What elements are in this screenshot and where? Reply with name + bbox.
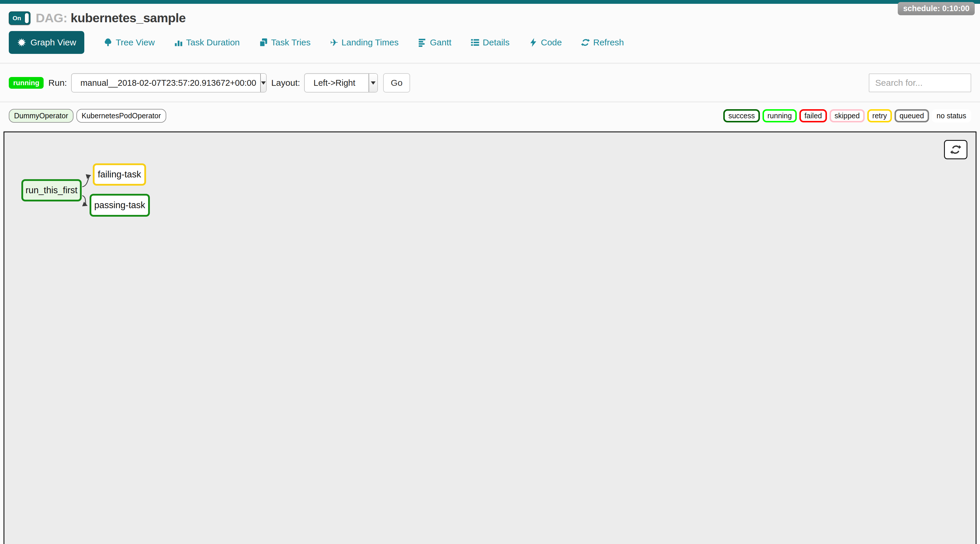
divider (0, 101, 980, 102)
status-success: success (723, 109, 760, 122)
tab-label: Task Duration (186, 38, 240, 48)
dag-prefix-label: DAG: (36, 11, 67, 25)
tab-label: Graph View (30, 38, 76, 48)
tab-label: Task Tries (271, 38, 310, 48)
dag-pause-toggle[interactable]: On (9, 11, 30, 25)
tab-label: Code (541, 38, 562, 48)
divider (0, 63, 980, 64)
run-label: Run: (48, 78, 67, 88)
run-select[interactable]: manual__2018-02-07T23:57:20.913672+00:00 (71, 73, 267, 92)
canvas-refresh-button[interactable] (944, 140, 967, 159)
status-running: running (762, 109, 797, 122)
plane-icon: ✈ (330, 38, 338, 48)
task-node-passing-task[interactable]: passing-task (89, 194, 150, 217)
layout-select[interactable]: Left->Right (304, 73, 378, 92)
toggle-knob (24, 13, 29, 24)
layout-label: Layout: (271, 78, 300, 88)
tab-details[interactable]: Details (471, 38, 510, 48)
tab-task-tries[interactable]: Task Tries (259, 38, 310, 48)
dagrun-status-badge: running (9, 77, 44, 89)
tab-label: Refresh (593, 38, 624, 48)
legend-row: DummyOperator KubernetesPodOperator succ… (9, 109, 971, 122)
bolt-icon (529, 38, 538, 47)
dag-name: kubernetes_sample (70, 11, 186, 25)
status-retry: retry (867, 109, 892, 122)
run-select-value: manual__2018-02-07T23:57:20.913672+00:00 (72, 78, 261, 88)
layout-select-value: Left->Right (305, 78, 360, 88)
tab-landing-times[interactable]: ✈ Landing Times (330, 38, 399, 48)
go-button[interactable]: Go (383, 73, 410, 92)
tab-label: Gantt (430, 38, 451, 48)
duplicate-icon (259, 38, 268, 47)
list-icon (471, 38, 479, 47)
sunburst-icon (17, 38, 26, 47)
status-failed: failed (799, 109, 827, 122)
view-nav: Graph View Tree View Task Duration Task … (9, 31, 980, 54)
run-controls: running Run: manual__2018-02-07T23:57:20… (9, 73, 971, 92)
tab-tree-view[interactable]: Tree View (103, 38, 154, 48)
tab-graph-view[interactable]: Graph View (9, 31, 84, 54)
status-legend: success running failed skipped retry que… (723, 109, 971, 122)
status-queued: queued (894, 109, 929, 122)
top-accent-bar (0, 0, 980, 4)
search-input[interactable] (869, 73, 971, 92)
graph-canvas[interactable]: run_this_first failing-task passing-task (3, 132, 977, 544)
status-no-status: no status (932, 109, 971, 122)
tab-code[interactable]: Code (529, 38, 562, 48)
refresh-icon (581, 38, 590, 47)
operator-badge-dummy: DummyOperator (9, 109, 73, 122)
operator-badge-kubernetespod: KubernetesPodOperator (76, 109, 166, 122)
task-node-run-this-first[interactable]: run_this_first (21, 179, 82, 202)
chevron-down-icon (369, 74, 377, 92)
tab-label: Landing Times (342, 38, 399, 48)
align-left-icon (418, 38, 427, 47)
bar-chart-icon (174, 38, 183, 47)
tab-gantt[interactable]: Gantt (418, 38, 451, 48)
tab-task-duration[interactable]: Task Duration (174, 38, 240, 48)
edge-run_this_first-passing-task (82, 196, 87, 205)
page-header: On DAG: kubernetes_sample schedule: 0:10… (0, 4, 980, 25)
task-node-failing-task[interactable]: failing-task (93, 163, 146, 186)
tab-refresh[interactable]: Refresh (581, 38, 624, 48)
tab-label: Details (483, 38, 510, 48)
edge-run_this_first-failing-task (82, 175, 91, 187)
toggle-on-label: On (10, 14, 21, 22)
schedule-badge: schedule: 0:10:00 (898, 2, 975, 15)
tab-label: Tree View (116, 38, 154, 48)
tree-icon (103, 38, 112, 47)
status-skipped: skipped (830, 109, 865, 122)
refresh-icon (950, 144, 961, 155)
chevron-down-icon (260, 74, 266, 92)
page-title: DAG: kubernetes_sample (36, 11, 186, 25)
